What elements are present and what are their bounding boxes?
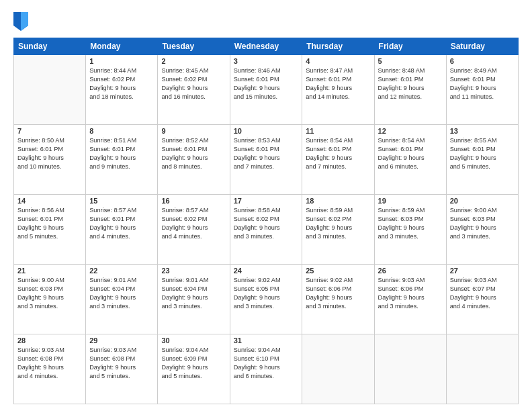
- cell-content: Sunrise: 9:01 AM Sunset: 6:04 PM Dayligh…: [89, 276, 154, 311]
- logo: [13, 12, 31, 31]
- day-number: 18: [306, 197, 370, 205]
- calendar-cell: 1Sunrise: 8:44 AM Sunset: 6:02 PM Daylig…: [86, 55, 158, 125]
- cell-content: Sunrise: 9:03 AM Sunset: 6:08 PM Dayligh…: [89, 346, 154, 381]
- day-number: 13: [450, 127, 515, 135]
- calendar-cell: 21Sunrise: 9:00 AM Sunset: 6:03 PM Dayli…: [14, 265, 86, 334]
- cell-content: Sunrise: 9:00 AM Sunset: 6:03 PM Dayligh…: [450, 206, 515, 241]
- calendar-cell: 29Sunrise: 9:03 AM Sunset: 6:08 PM Dayli…: [86, 334, 158, 404]
- day-number: 30: [161, 336, 226, 345]
- calendar-cell: 11Sunrise: 8:54 AM Sunset: 6:01 PM Dayli…: [302, 125, 374, 195]
- calendar-cell: 15Sunrise: 8:57 AM Sunset: 6:01 PM Dayli…: [86, 195, 158, 265]
- calendar-cell: 6Sunrise: 8:49 AM Sunset: 6:01 PM Daylig…: [446, 55, 518, 125]
- cell-content: Sunrise: 8:47 AM Sunset: 6:01 PM Dayligh…: [306, 66, 370, 101]
- calendar-cell: 12Sunrise: 8:54 AM Sunset: 6:01 PM Dayli…: [374, 125, 446, 195]
- header: [13, 12, 519, 31]
- day-number: 22: [89, 267, 154, 275]
- calendar-cell: 20Sunrise: 9:00 AM Sunset: 6:03 PM Dayli…: [446, 195, 518, 265]
- day-number: 28: [17, 336, 82, 345]
- cell-content: Sunrise: 9:01 AM Sunset: 6:04 PM Dayligh…: [161, 276, 226, 311]
- calendar-cell: [302, 334, 374, 404]
- calendar-cell: 5Sunrise: 8:48 AM Sunset: 6:01 PM Daylig…: [374, 55, 446, 125]
- cell-content: Sunrise: 8:44 AM Sunset: 6:02 PM Dayligh…: [89, 66, 154, 101]
- day-number: 19: [378, 197, 443, 205]
- day-number: 31: [234, 336, 299, 345]
- calendar-week-1: 1Sunrise: 8:44 AM Sunset: 6:02 PM Daylig…: [14, 55, 519, 125]
- cell-content: Sunrise: 8:51 AM Sunset: 6:01 PM Dayligh…: [89, 136, 154, 171]
- day-number: 16: [161, 197, 226, 205]
- calendar-week-4: 21Sunrise: 9:00 AM Sunset: 6:03 PM Dayli…: [14, 265, 519, 334]
- day-number: 9: [161, 127, 226, 135]
- day-number: 6: [450, 57, 515, 65]
- cell-content: Sunrise: 8:52 AM Sunset: 6:01 PM Dayligh…: [161, 136, 226, 171]
- calendar-header-row: SundayMondayTuesdayWednesdayThursdayFrid…: [14, 38, 519, 55]
- calendar-cell: 14Sunrise: 8:56 AM Sunset: 6:01 PM Dayli…: [14, 195, 86, 265]
- day-number: 12: [378, 127, 443, 135]
- cell-content: Sunrise: 9:04 AM Sunset: 6:10 PM Dayligh…: [234, 346, 299, 381]
- calendar-cell: 16Sunrise: 8:57 AM Sunset: 6:02 PM Dayli…: [158, 195, 230, 265]
- col-header-monday: Monday: [86, 38, 158, 55]
- calendar-cell: 26Sunrise: 9:03 AM Sunset: 6:06 PM Dayli…: [374, 265, 446, 334]
- day-number: 29: [89, 336, 154, 345]
- calendar-cell: 9Sunrise: 8:52 AM Sunset: 6:01 PM Daylig…: [158, 125, 230, 195]
- logo-icon: [13, 12, 28, 31]
- calendar-cell: [446, 334, 518, 404]
- cell-content: Sunrise: 9:02 AM Sunset: 6:05 PM Dayligh…: [234, 276, 299, 311]
- day-number: 10: [234, 127, 299, 135]
- cell-content: Sunrise: 9:03 AM Sunset: 6:07 PM Dayligh…: [450, 276, 515, 311]
- cell-content: Sunrise: 9:00 AM Sunset: 6:03 PM Dayligh…: [17, 276, 82, 311]
- day-number: 7: [17, 127, 82, 135]
- day-number: 15: [89, 197, 154, 205]
- day-number: 24: [234, 267, 299, 275]
- calendar-cell: 24Sunrise: 9:02 AM Sunset: 6:05 PM Dayli…: [230, 265, 302, 334]
- cell-content: Sunrise: 8:45 AM Sunset: 6:02 PM Dayligh…: [161, 66, 226, 101]
- calendar-cell: 10Sunrise: 8:53 AM Sunset: 6:01 PM Dayli…: [230, 125, 302, 195]
- calendar-cell: 13Sunrise: 8:55 AM Sunset: 6:01 PM Dayli…: [446, 125, 518, 195]
- day-number: 4: [306, 57, 370, 65]
- day-number: 17: [234, 197, 299, 205]
- calendar-cell: 31Sunrise: 9:04 AM Sunset: 6:10 PM Dayli…: [230, 334, 302, 404]
- page: SundayMondayTuesdayWednesdayThursdayFrid…: [0, 0, 532, 411]
- calendar-cell: [374, 334, 446, 404]
- cell-content: Sunrise: 8:55 AM Sunset: 6:01 PM Dayligh…: [450, 136, 515, 171]
- calendar-cell: [14, 55, 86, 125]
- col-header-sunday: Sunday: [14, 38, 86, 55]
- col-header-friday: Friday: [374, 38, 446, 55]
- cell-content: Sunrise: 9:03 AM Sunset: 6:06 PM Dayligh…: [378, 276, 443, 311]
- calendar-cell: 28Sunrise: 9:03 AM Sunset: 6:08 PM Dayli…: [14, 334, 86, 404]
- cell-content: Sunrise: 8:53 AM Sunset: 6:01 PM Dayligh…: [234, 136, 299, 171]
- calendar-cell: 4Sunrise: 8:47 AM Sunset: 6:01 PM Daylig…: [302, 55, 374, 125]
- calendar-week-5: 28Sunrise: 9:03 AM Sunset: 6:08 PM Dayli…: [14, 334, 519, 404]
- calendar-cell: 2Sunrise: 8:45 AM Sunset: 6:02 PM Daylig…: [158, 55, 230, 125]
- day-number: 5: [378, 57, 443, 65]
- col-header-thursday: Thursday: [302, 38, 374, 55]
- day-number: 23: [161, 267, 226, 275]
- day-number: 2: [161, 57, 226, 65]
- day-number: 25: [306, 267, 370, 275]
- col-header-wednesday: Wednesday: [230, 38, 302, 55]
- day-number: 11: [306, 127, 370, 135]
- calendar-cell: 18Sunrise: 8:59 AM Sunset: 6:02 PM Dayli…: [302, 195, 374, 265]
- calendar-cell: 23Sunrise: 9:01 AM Sunset: 6:04 PM Dayli…: [158, 265, 230, 334]
- cell-content: Sunrise: 8:56 AM Sunset: 6:01 PM Dayligh…: [17, 206, 82, 241]
- cell-content: Sunrise: 8:54 AM Sunset: 6:01 PM Dayligh…: [306, 136, 370, 171]
- cell-content: Sunrise: 9:03 AM Sunset: 6:08 PM Dayligh…: [17, 346, 82, 381]
- calendar-week-3: 14Sunrise: 8:56 AM Sunset: 6:01 PM Dayli…: [14, 195, 519, 265]
- calendar: SundayMondayTuesdayWednesdayThursdayFrid…: [13, 38, 519, 404]
- calendar-cell: 30Sunrise: 9:04 AM Sunset: 6:09 PM Dayli…: [158, 334, 230, 404]
- day-number: 26: [378, 267, 443, 275]
- col-header-saturday: Saturday: [446, 38, 518, 55]
- cell-content: Sunrise: 8:54 AM Sunset: 6:01 PM Dayligh…: [378, 136, 443, 171]
- calendar-cell: 17Sunrise: 8:58 AM Sunset: 6:02 PM Dayli…: [230, 195, 302, 265]
- calendar-week-2: 7Sunrise: 8:50 AM Sunset: 6:01 PM Daylig…: [14, 125, 519, 195]
- day-number: 27: [450, 267, 515, 275]
- day-number: 3: [234, 57, 299, 65]
- day-number: 1: [89, 57, 154, 65]
- cell-content: Sunrise: 8:46 AM Sunset: 6:01 PM Dayligh…: [234, 66, 299, 101]
- cell-content: Sunrise: 8:50 AM Sunset: 6:01 PM Dayligh…: [17, 136, 82, 171]
- calendar-cell: 7Sunrise: 8:50 AM Sunset: 6:01 PM Daylig…: [14, 125, 86, 195]
- calendar-cell: 27Sunrise: 9:03 AM Sunset: 6:07 PM Dayli…: [446, 265, 518, 334]
- cell-content: Sunrise: 8:57 AM Sunset: 6:01 PM Dayligh…: [89, 206, 154, 241]
- day-number: 8: [89, 127, 154, 135]
- cell-content: Sunrise: 8:59 AM Sunset: 6:02 PM Dayligh…: [306, 206, 370, 241]
- cell-content: Sunrise: 9:04 AM Sunset: 6:09 PM Dayligh…: [161, 346, 226, 381]
